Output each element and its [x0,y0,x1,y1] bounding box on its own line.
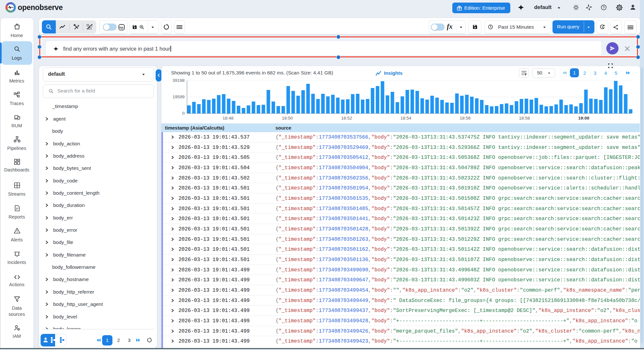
svg-text:?: ? [603,5,605,9]
svg-text:SQL: SQL [119,26,124,29]
